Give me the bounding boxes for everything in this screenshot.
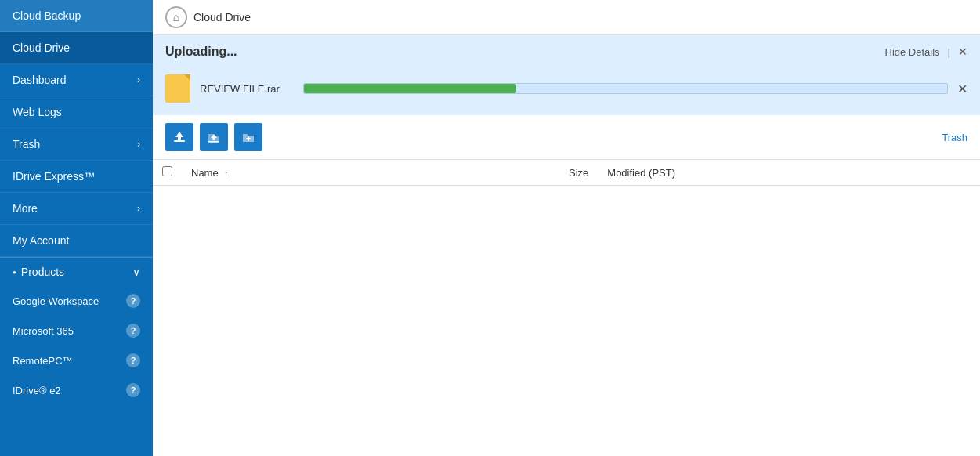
divider: |: [948, 46, 950, 58]
new-folder-icon: [241, 130, 255, 144]
select-all-checkbox[interactable]: [162, 166, 172, 176]
product-label: Google Workspace: [13, 295, 99, 307]
col-name[interactable]: Name ↑: [182, 160, 428, 186]
sidebar-item-my-account[interactable]: My Account: [0, 225, 153, 257]
toolbar: Trash: [153, 115, 980, 160]
sidebar-item-label: Cloud Backup: [13, 9, 81, 22]
products-header-left: ● Products: [13, 266, 64, 278]
file-icon: [165, 74, 190, 103]
table-header-row: Name ↑ Size Modified (PST): [153, 160, 980, 186]
upload-row: REVIEW FILE.rar ✕: [153, 68, 980, 115]
upload-file-button[interactable]: [165, 123, 193, 151]
help-icon[interactable]: ?: [126, 383, 140, 397]
sidebar-item-remotepc[interactable]: RemotePC™ ?: [0, 346, 153, 375]
file-table-container: Name ↑ Size Modified (PST): [153, 160, 980, 456]
products-header[interactable]: ● Products ∨: [0, 258, 153, 286]
sidebar: Cloud Backup Cloud Drive Dashboard › Web…: [0, 0, 153, 456]
sidebar-item-cloud-drive[interactable]: Cloud Drive: [0, 32, 153, 64]
sidebar-item-microsoft-365[interactable]: Microsoft 365 ?: [0, 316, 153, 346]
product-label: RemotePC™: [13, 355, 73, 367]
chevron-right-icon: ›: [137, 74, 140, 85]
product-label: IDrive® e2: [13, 385, 61, 396]
upload-folder-button[interactable]: [200, 123, 228, 151]
col-checkbox: [153, 160, 182, 186]
svg-rect-2: [208, 141, 219, 143]
file-table: Name ↑ Size Modified (PST): [153, 160, 980, 186]
help-icon[interactable]: ?: [126, 353, 140, 367]
sidebar-item-idrive-express[interactable]: IDrive Express™: [0, 161, 153, 193]
trash-button[interactable]: Trash: [942, 132, 967, 143]
svg-rect-5: [246, 138, 251, 139]
upload-banner: Uploading... Hide Details | ✕: [153, 35, 980, 68]
upload-file-icon: [172, 130, 186, 144]
help-icon[interactable]: ?: [126, 324, 140, 338]
col-size: Size: [428, 160, 598, 186]
hide-details-button[interactable]: Hide Details: [885, 46, 940, 58]
sidebar-item-idrive-e2[interactable]: IDrive® e2 ?: [0, 375, 153, 405]
chevron-right-icon: ›: [137, 139, 140, 150]
sidebar-item-label: Trash: [13, 138, 40, 150]
sidebar-item-label: Dashboard: [13, 74, 67, 86]
sidebar-item-label: IDrive Express™: [13, 170, 95, 183]
breadcrumb: ⌂ Cloud Drive: [153, 0, 980, 35]
sidebar-item-web-logs[interactable]: Web Logs: [0, 96, 153, 128]
products-section: ● Products ∨ Google Workspace ? Microsof…: [0, 257, 153, 405]
sidebar-item-dashboard[interactable]: Dashboard ›: [0, 64, 153, 96]
col-modified: Modified (PST): [598, 160, 980, 186]
sidebar-item-google-workspace[interactable]: Google Workspace ?: [0, 286, 153, 316]
file-name: REVIEW FILE.rar: [200, 83, 294, 95]
sidebar-item-label: Web Logs: [13, 106, 62, 118]
new-folder-button[interactable]: [234, 123, 262, 151]
cancel-upload-button[interactable]: ✕: [957, 81, 967, 96]
upload-folder-icon: [207, 130, 221, 144]
sidebar-item-label: More: [13, 202, 38, 215]
help-icon[interactable]: ?: [126, 294, 140, 308]
progress-bar-fill: [304, 84, 516, 93]
product-label: Microsoft 365: [13, 325, 74, 337]
sidebar-item-label: Cloud Drive: [13, 42, 70, 54]
breadcrumb-title: Cloud Drive: [193, 11, 251, 24]
chevron-down-icon: ∨: [132, 266, 140, 278]
sidebar-item-trash[interactable]: Trash ›: [0, 128, 153, 161]
svg-marker-1: [175, 132, 183, 140]
sidebar-item-more[interactable]: More ›: [0, 193, 153, 225]
home-icon[interactable]: ⌂: [165, 6, 187, 28]
sidebar-item-cloud-backup[interactable]: Cloud Backup: [0, 0, 153, 32]
svg-rect-0: [174, 140, 185, 142]
close-banner-button[interactable]: ✕: [958, 45, 967, 58]
products-label: Products: [21, 266, 64, 278]
main-content: ⌂ Cloud Drive Uploading... Hide Details …: [153, 0, 980, 456]
uploading-title: Uploading...: [165, 45, 237, 59]
chevron-right-icon: ›: [137, 203, 140, 214]
bullet-icon: ●: [13, 269, 16, 276]
banner-right: Hide Details | ✕: [885, 45, 967, 58]
sort-arrow-icon: ↑: [224, 169, 228, 178]
progress-bar-container: [303, 83, 948, 94]
sidebar-item-label: My Account: [13, 234, 69, 247]
